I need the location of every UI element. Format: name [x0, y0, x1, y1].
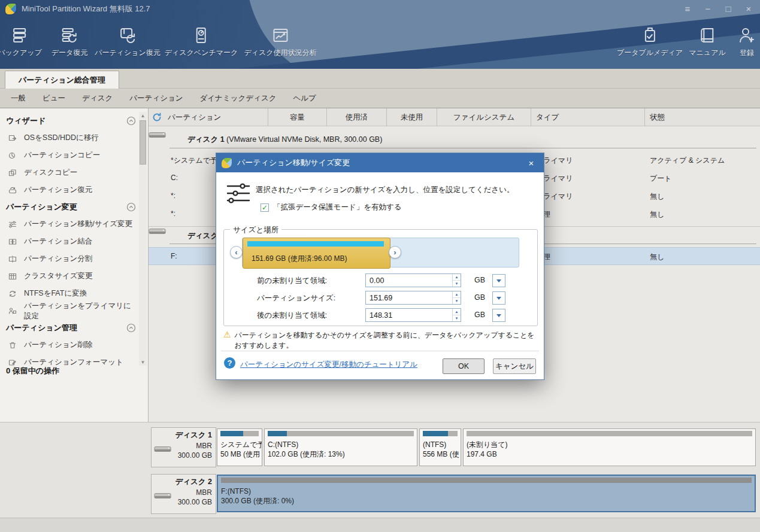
cancel-button[interactable]: キャンセル [493, 358, 536, 374]
column-status[interactable]: 状態 [645, 108, 760, 126]
unit-dropdown[interactable] [492, 274, 505, 287]
close-button[interactable]: × [741, 1, 756, 16]
checkbox-checked-icon[interactable]: ✓ [261, 203, 269, 212]
sidebar-item-migrate-os[interactable]: OSをSSD/HDDに移行 [4, 129, 137, 147]
map-block-system-reserved[interactable]: システムで予 50 MB (使用 [217, 428, 262, 466]
scrollbar-thumb[interactable] [140, 120, 146, 165]
sidebar-item-copy-disk[interactable]: ディスクコピー [4, 164, 137, 181]
sidebar-item-set-primary[interactable]: パーティションをプライマリに設定 [4, 302, 137, 320]
disk-benchmark-icon [192, 26, 210, 44]
collapse-icon[interactable] [126, 323, 136, 333]
column-filesystem[interactable]: ファイルシステム [437, 108, 531, 126]
column-used[interactable]: 使用済 [327, 108, 387, 126]
menu-help[interactable]: ヘルプ [287, 91, 322, 106]
column-type[interactable]: タイプ [531, 108, 645, 126]
partition-size-label: 151.69 GB (使用済:96.00 MB) [252, 254, 347, 264]
sidebar-item-convert-ntfs-fat[interactable]: NTFSをFATに変換 [4, 285, 137, 302]
toolbar-backup-button[interactable]: バックアップ [0, 26, 42, 63]
tab-partition-management[interactable]: パーティション総合管理 [5, 71, 119, 89]
sidebar-item-change-cluster-size[interactable]: クラスタサイズ変更 [4, 267, 137, 285]
sidebar-item-move-resize[interactable]: パーティション移動/サイズ変更 [4, 215, 137, 233]
block-size: 102.0 GB (使用済: 13%) [268, 449, 414, 459]
help-icon[interactable]: ? [224, 357, 235, 369]
refresh-button[interactable] [149, 108, 165, 126]
sidebar-item-copy-partition[interactable]: パーティションコピー [4, 147, 137, 164]
unit-label: GB [474, 311, 485, 319]
unallocated-before-input[interactable] [365, 273, 461, 287]
sidebar-item-merge-partition[interactable]: パーティション結合 [4, 233, 137, 250]
partition-size-input[interactable] [365, 291, 461, 305]
cell-status: アクティブ & システム [650, 156, 725, 166]
sidebar-item-split-partition[interactable]: パーティション分割 [4, 250, 137, 267]
sidebar-section-change-partition[interactable]: パーティション変更 [4, 199, 137, 215]
block-label: C:(NTFS) [268, 440, 414, 449]
spinner-control[interactable]: ▲▼ [452, 291, 461, 304]
toolbar-partition-recovery-button[interactable]: パーティション復元 [95, 26, 161, 63]
sidebar-item-label: パーティション削除 [24, 340, 92, 350]
map-block-c[interactable]: C:(NTFS) 102.0 GB (使用済: 13%) [264, 428, 417, 466]
cell-partition: *: [171, 209, 175, 218]
toolbar-label: ディスクベンチマーク [165, 48, 238, 58]
block-label: F:(NTFS) [221, 487, 752, 496]
menu-view[interactable]: ビュー [37, 91, 71, 106]
disk1-group-label: ディスク 1 (VMware Virtual NVMe Disk, MBR, 3… [187, 135, 382, 145]
toolbar-register-button[interactable]: 登録 [738, 26, 756, 63]
scroll-up-icon[interactable]: ▲ [139, 112, 147, 119]
dialog-titlebar[interactable]: パーティション移動/サイズ変更 × [216, 153, 544, 172]
spinner-control[interactable]: ▲▼ [452, 309, 461, 321]
column-capacity[interactable]: 容量 [268, 108, 327, 126]
sidebar-item-label: パーティションをプライマリに設定 [24, 301, 137, 321]
toolbar-bootable-media-button[interactable]: ブータブルメディア [617, 26, 683, 63]
spinner-control[interactable]: ▲▼ [452, 274, 461, 287]
block-size: 300.0 GB (使用済: 0%) [221, 496, 752, 506]
usage-bar [268, 431, 414, 436]
cell-partition: F: [171, 252, 177, 260]
map-block-f-selected[interactable]: F:(NTFS) 300.0 GB (使用済: 0%) [217, 475, 756, 512]
maximize-button[interactable]: □ [720, 1, 736, 16]
toolbar-manual-button[interactable]: マニュアル [689, 26, 725, 63]
toolbar-disk-analysis-button[interactable]: ディスク使用状況分析 [244, 26, 316, 63]
unit-label: GB [474, 293, 485, 302]
delete-partition-icon [8, 341, 17, 349]
unallocated-after-input[interactable] [365, 308, 461, 322]
dialog-close-icon[interactable]: × [525, 157, 538, 169]
slider-left-handle[interactable]: ‹ [230, 246, 243, 259]
unit-dropdown[interactable] [492, 309, 505, 322]
tutorial-link[interactable]: パーティションのサイズ変更/移動のチュートリアル [240, 360, 417, 370]
backup-icon [11, 26, 29, 44]
sidebar-scrollbar[interactable]: ▲ ▼ [139, 112, 147, 366]
disk-icon [154, 445, 172, 453]
sidebar-item-delete-partition[interactable]: パーティション削除 [4, 336, 137, 354]
partition-segment[interactable]: 151.69 GB (使用済:96.00 MB) [243, 238, 390, 269]
toolbar-label: マニュアル [689, 48, 725, 58]
toolbar-data-recovery-button[interactable]: データ復元 [52, 26, 88, 63]
column-partition[interactable]: パーティション [165, 108, 268, 126]
menu-disk[interactable]: ディスク [76, 91, 119, 106]
copy-disk-icon [8, 169, 17, 177]
column-unused[interactable]: 未使用 [387, 108, 437, 126]
sidebar-item-partition-recovery[interactable]: パーティション復元 [4, 181, 137, 199]
divider [169, 148, 756, 148]
menu-general[interactable]: 一般 [5, 91, 32, 106]
slider-right-handle[interactable]: › [389, 246, 401, 259]
collapse-icon[interactable] [126, 202, 136, 212]
hamburger-menu-icon[interactable]: ≡ [680, 1, 695, 16]
collapse-icon[interactable] [126, 116, 136, 126]
menu-partition[interactable]: パーティション [123, 91, 189, 106]
partition-slider-track[interactable]: 151.69 GB (使用済:96.00 MB) [242, 238, 519, 267]
disk1-group-row[interactable]: ディスク 1 (VMware Virtual NVMe Disk, MBR, 3… [149, 130, 760, 148]
scroll-down-icon[interactable]: ▼ [139, 358, 147, 366]
sidebar-section-manage-partition[interactable]: パーティション管理 [4, 320, 137, 336]
menu-dynamic-disk[interactable]: ダイナミックディスク [194, 91, 283, 106]
unit-dropdown[interactable] [492, 291, 505, 305]
sidebar-section-wizard[interactable]: ウィザード [4, 113, 137, 129]
map-block-unallocated[interactable]: (未割り当て) 197.4 GB [463, 428, 756, 466]
dialog-instruction: 選択されたパーティションの新サイズを入力し、位置を設定してください。 [256, 185, 514, 195]
checkbox-label: 「拡張データ保護モード」を有効する [273, 202, 402, 212]
minimize-button[interactable]: − [700, 1, 716, 16]
sidebar-item-label: パーティション移動/サイズ変更 [24, 219, 132, 229]
toolbar-disk-benchmark-button[interactable]: ディスクベンチマーク [165, 26, 238, 63]
ok-button[interactable]: OK [443, 358, 485, 374]
data-protection-checkbox-row[interactable]: ✓ 「拡張データ保護モード」を有効する [261, 202, 402, 212]
map-block-ntfs[interactable]: (NTFS) 556 MB (使 [419, 428, 461, 466]
